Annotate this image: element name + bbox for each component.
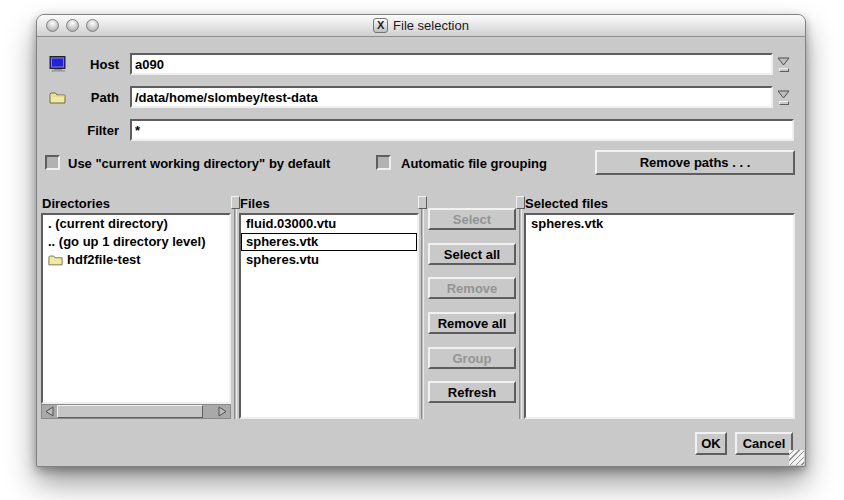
remove-paths-button[interactable]: Remove paths . . . <box>595 150 795 175</box>
group-button[interactable]: Group <box>428 347 516 369</box>
scroll-left-button[interactable] <box>42 405 57 418</box>
splitter-sash[interactable] <box>421 199 424 419</box>
directories-list[interactable]: . (current directory) .. (go up 1 direct… <box>41 213 231 404</box>
path-input[interactable] <box>130 86 773 108</box>
selected-files-label: Selected files <box>525 196 608 211</box>
list-item[interactable]: fluid.03000.vtu <box>241 215 417 233</box>
splitter-sash[interactable] <box>234 199 237 419</box>
triangle-left-icon <box>45 406 54 417</box>
selected-files-list[interactable]: spheres.vtk <box>524 213 795 419</box>
title-group: X File selection <box>373 18 469 33</box>
splitter-handle[interactable] <box>418 196 427 209</box>
path-combo <box>130 86 794 108</box>
list-item[interactable]: spheres.vtu <box>241 251 417 269</box>
folder-icon <box>49 91 75 104</box>
chevron-down-icon <box>777 57 790 66</box>
path-label: Path <box>75 90 119 105</box>
filter-input[interactable] <box>130 119 794 141</box>
select-all-button[interactable]: Select all <box>428 243 516 265</box>
cwd-checkbox[interactable] <box>45 155 60 170</box>
ok-button[interactable]: OK <box>695 432 727 455</box>
splitter-handle[interactable] <box>516 196 525 209</box>
cwd-checkbox-label: Use "current working directory" by defau… <box>68 156 330 171</box>
files-label: Files <box>240 196 270 211</box>
files-list[interactable]: fluid.03000.vtu spheres.vtk spheres.vtu <box>239 213 419 419</box>
folder-icon <box>48 254 63 266</box>
cancel-button[interactable]: Cancel <box>735 432 793 455</box>
directories-label: Directories <box>42 196 110 211</box>
host-input[interactable] <box>130 53 773 75</box>
resize-grip-icon[interactable] <box>789 450 804 465</box>
list-item[interactable]: .. (go up 1 directory level) <box>43 233 229 251</box>
zoom-button[interactable] <box>86 19 99 32</box>
minimize-button[interactable] <box>66 19 79 32</box>
list-item[interactable]: hdf2file-test <box>43 251 229 269</box>
host-label: Host <box>75 57 119 72</box>
close-button[interactable] <box>46 19 59 32</box>
remove-all-button[interactable]: Remove all <box>428 312 516 334</box>
window-title: File selection <box>393 18 469 33</box>
combo-dash <box>779 101 789 105</box>
host-combo <box>130 53 794 75</box>
scroll-right-button[interactable] <box>215 405 230 418</box>
refresh-button[interactable]: Refresh <box>428 381 516 403</box>
horizontal-scrollbar[interactable] <box>41 404 231 419</box>
filter-label: Filter <box>75 123 119 138</box>
x11-icon: X <box>373 18 388 33</box>
computer-icon <box>49 56 75 72</box>
triangle-right-icon <box>218 406 227 417</box>
combo-dash <box>779 68 789 72</box>
titlebar[interactable]: X File selection <box>37 15 805 37</box>
list-item[interactable]: spheres.vtk <box>526 215 793 233</box>
list-item-selected[interactable]: spheres.vtk <box>241 233 417 251</box>
path-row: Path <box>49 85 794 109</box>
file-grouping-checkbox[interactable] <box>376 155 391 170</box>
splitter-sash[interactable] <box>519 199 522 419</box>
host-dropdown-button[interactable] <box>773 53 794 75</box>
window-controls <box>46 19 99 32</box>
scrollbar-thumb[interactable] <box>57 405 203 418</box>
file-grouping-checkbox-label: Automatic file grouping <box>401 156 547 171</box>
list-item[interactable]: . (current directory) <box>43 215 229 233</box>
select-button[interactable]: Select <box>428 208 516 230</box>
host-row: Host <box>49 52 794 76</box>
path-dropdown-button[interactable] <box>773 86 794 108</box>
chevron-down-icon <box>777 90 790 99</box>
splitter-handle[interactable] <box>231 196 240 209</box>
filter-row: Filter <box>49 118 794 142</box>
file-selection-dialog: X File selection Host <box>36 14 806 467</box>
remove-button[interactable]: Remove <box>428 277 516 299</box>
